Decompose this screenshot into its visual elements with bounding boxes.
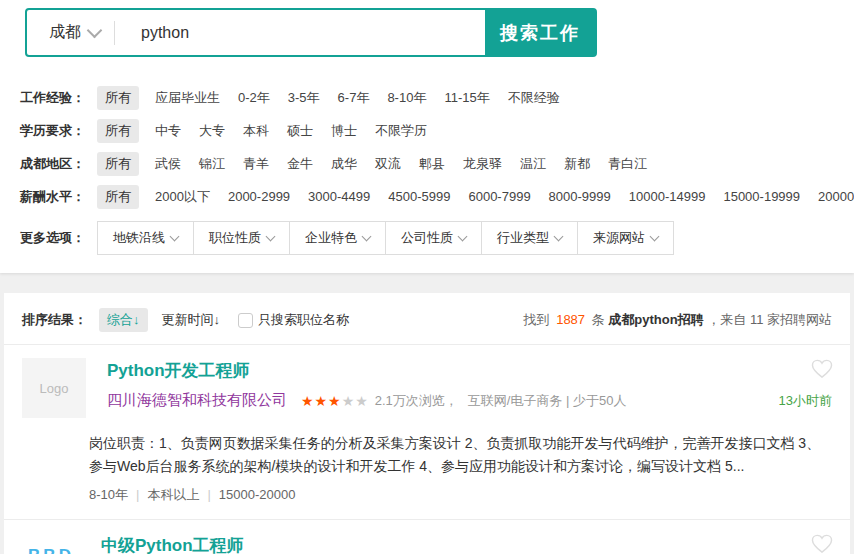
dropdown-metro-line[interactable]: 地铁沿线 — [97, 221, 194, 255]
filter-option[interactable]: 青白江 — [606, 152, 649, 176]
job-info: 中级Python工程师 成都数联铭品科技有限公司 ★★★★★ 1.8万次浏览， … — [101, 533, 832, 554]
filter-option[interactable]: 双流 — [373, 152, 403, 176]
job-top-row: Logo Python开发工程师 四川海德智和科技有限公司 ★★★★★ 2.1万… — [22, 358, 832, 418]
filter-option[interactable]: 11-15年 — [442, 86, 491, 110]
filter-option[interactable]: 0-2年 — [236, 86, 272, 110]
job-search-page: { "colors": { "accent_teal": "#13a295", … — [0, 0, 854, 554]
search-button[interactable]: 搜索工作 — [485, 10, 595, 55]
dropdown-group: 地铁沿线 职位性质 企业特色 公司性质 行业类型 来源网站 — [97, 221, 674, 255]
filter-option-selected[interactable]: 所有 — [97, 86, 139, 110]
more-options-label: 更多选项： — [20, 229, 85, 247]
tag-separator: | — [207, 487, 210, 502]
filter-option[interactable]: 20000-29999 — [816, 186, 854, 207]
filter-option[interactable]: 8-10年 — [385, 86, 428, 110]
industry-size: 互联网/电子商务 | 少于50人 — [468, 392, 627, 410]
filter-option[interactable]: 2000-2999 — [226, 186, 292, 207]
dropdown-company-type[interactable]: 公司性质 — [385, 221, 482, 255]
city-label: 成都 — [49, 22, 81, 43]
filter-option[interactable]: 本科 — [241, 119, 271, 143]
filter-option[interactable]: 硕士 — [285, 119, 315, 143]
filter-option[interactable]: 6-7年 — [336, 86, 372, 110]
chevron-down-icon — [554, 232, 564, 242]
filter-label-district: 成都地区： — [20, 155, 85, 173]
filter-option[interactable]: 郫县 — [417, 152, 447, 176]
filter-option[interactable]: 青羊 — [241, 152, 271, 176]
filter-label-salary: 薪酬水平： — [20, 188, 85, 206]
sort-update-time-button[interactable]: 更新时间↓ — [162, 311, 221, 329]
education-tag: 本科以上 — [147, 487, 199, 502]
tag-separator: | — [136, 487, 139, 502]
filter-row-experience: 工作经验： 所有 应届毕业生 0-2年 3-5年 6-7年 8-10年 11-1… — [20, 81, 854, 114]
search-input[interactable] — [115, 24, 485, 42]
search-bar: 成都 搜索工作 — [25, 8, 597, 57]
filter-option[interactable]: 3-5年 — [286, 86, 322, 110]
chevron-down-icon — [362, 232, 372, 242]
filter-option[interactable]: 博士 — [329, 119, 359, 143]
dropdown-job-nature[interactable]: 职位性质 — [193, 221, 290, 255]
filter-row-salary: 薪酬水平： 所有 2000以下 2000-2999 3000-4499 4500… — [20, 180, 854, 213]
filter-option[interactable]: 不限经验 — [506, 86, 562, 110]
filter-option[interactable]: 锦江 — [197, 152, 227, 176]
filter-option[interactable]: 10000-14999 — [627, 186, 708, 207]
stars-empty: ★★ — [342, 393, 369, 409]
filter-option[interactable]: 中专 — [153, 119, 183, 143]
search-keyword: 成都python招聘 — [608, 312, 703, 327]
result-summary: 找到 1887 条 成都python招聘 ，来自 11 家招聘网站 — [524, 311, 832, 329]
filter-option[interactable]: 不限学历 — [373, 119, 429, 143]
filter-option-selected[interactable]: 所有 — [97, 185, 139, 209]
checkbox-label: 只搜索职位名称 — [258, 311, 349, 329]
dropdown-label: 地铁沿线 — [113, 229, 165, 247]
dropdown-source-site[interactable]: 来源网站 — [577, 221, 674, 255]
job-listing-2: BBD 中级Python工程师 成都数联铭品科技有限公司 ★★★★★ 1.8万次… — [4, 520, 850, 554]
summary-tail: ，来自 11 家招聘网站 — [707, 312, 832, 327]
filter-option[interactable]: 3000-4499 — [306, 186, 372, 207]
favorite-heart-icon[interactable] — [811, 534, 833, 554]
company-link[interactable]: 四川海德智和科技有限公司 — [107, 391, 287, 410]
sort-row: 排序结果： 综合↓ 更新时间↓ 只搜索职位名称 找到 1887 条 成都pyth… — [4, 293, 850, 344]
more-options-row: 更多选项： 地铁沿线 职位性质 企业特色 公司性质 行业类型 — [20, 219, 854, 257]
stars-filled: ★★★ — [301, 393, 342, 409]
summary-mid: 条 — [592, 312, 605, 327]
salary-tag: 15000-20000 — [219, 487, 296, 502]
job-title-link[interactable]: 中级Python工程师 — [101, 534, 244, 554]
city-selector[interactable]: 成都 — [27, 22, 114, 43]
dropdown-label: 企业特色 — [305, 229, 357, 247]
filter-option[interactable]: 2000以下 — [153, 185, 212, 209]
favorite-heart-icon[interactable] — [811, 359, 833, 383]
filter-option[interactable]: 4500-5999 — [386, 186, 452, 207]
dropdown-label: 来源网站 — [593, 229, 645, 247]
job-info: Python开发工程师 四川海德智和科技有限公司 ★★★★★ 2.1万次浏览， … — [107, 358, 832, 418]
filter-option[interactable]: 6000-7999 — [466, 186, 532, 207]
chevron-down-icon — [458, 232, 468, 242]
job-listing-1: Logo Python开发工程师 四川海德智和科技有限公司 ★★★★★ 2.1万… — [4, 345, 850, 519]
filter-option[interactable]: 大专 — [197, 119, 227, 143]
filter-option[interactable]: 8000-9999 — [547, 186, 613, 207]
filter-option[interactable]: 应届毕业生 — [153, 86, 222, 110]
dropdown-label: 行业类型 — [497, 229, 549, 247]
filter-option-selected[interactable]: 所有 — [97, 152, 139, 176]
chevron-down-icon — [650, 232, 660, 242]
title-only-checkbox[interactable] — [238, 313, 253, 328]
sort-comprehensive-button[interactable]: 综合↓ — [99, 308, 148, 332]
filter-option[interactable]: 温江 — [518, 152, 548, 176]
dropdown-label: 职位性质 — [209, 229, 261, 247]
filter-option[interactable]: 新都 — [562, 152, 592, 176]
search-filter-panel: 成都 搜索工作 工作经验： 所有 应届毕业生 0-2年 3-5年 6-7年 8-… — [0, 0, 854, 273]
filter-option[interactable]: 龙泉驿 — [461, 152, 504, 176]
job-requirements: 8-10年|本科以上|15000-20000 — [89, 486, 832, 504]
dropdown-company-feature[interactable]: 企业特色 — [289, 221, 386, 255]
filter-option[interactable]: 金牛 — [285, 152, 315, 176]
job-title-link[interactable]: Python开发工程师 — [107, 359, 250, 382]
company-logo-placeholder: Logo — [22, 358, 86, 418]
result-count: 1887 — [556, 312, 585, 327]
filter-option[interactable]: 武侯 — [153, 152, 183, 176]
filter-option-selected[interactable]: 所有 — [97, 119, 139, 143]
filter-option[interactable]: 成华 — [329, 152, 359, 176]
dropdown-industry[interactable]: 行业类型 — [481, 221, 578, 255]
posted-time: 13小时前 — [779, 392, 832, 410]
filter-row-education: 学历要求： 所有 中专 大专 本科 硕士 博士 不限学历 — [20, 114, 854, 147]
results-panel: 排序结果： 综合↓ 更新时间↓ 只搜索职位名称 找到 1887 条 成都pyth… — [4, 293, 850, 554]
logo-text: BBD — [28, 546, 74, 554]
filter-row-district: 成都地区： 所有 武侯 锦江 青羊 金牛 成华 双流 郫县 龙泉驿 温江 新都 … — [20, 147, 854, 180]
filter-option[interactable]: 15000-19999 — [721, 186, 802, 207]
